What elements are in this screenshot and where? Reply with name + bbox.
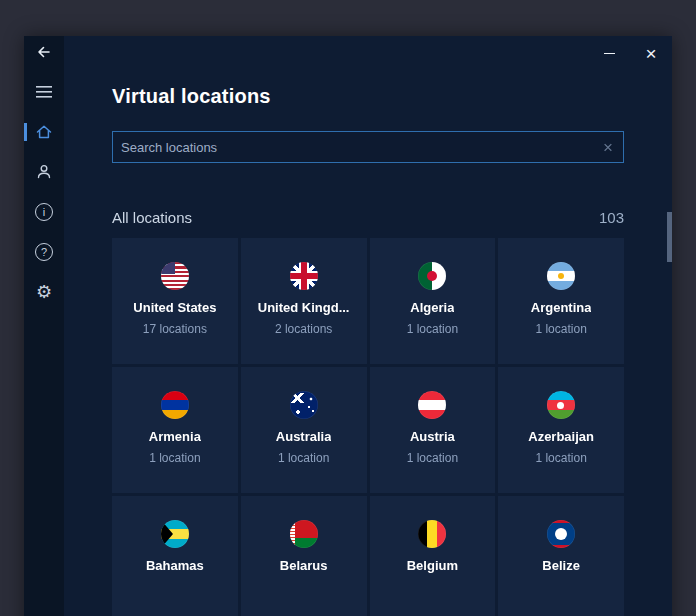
list-header: All locations 103 xyxy=(112,209,624,226)
location-card[interactable]: Algeria 1 location xyxy=(370,238,496,364)
location-count: 17 locations xyxy=(143,322,207,336)
location-name: United States xyxy=(133,300,216,315)
location-flag xyxy=(418,520,446,548)
location-name: Belgium xyxy=(407,558,458,573)
location-name: Algeria xyxy=(410,300,454,315)
back-button[interactable] xyxy=(32,40,56,64)
location-name: Bahamas xyxy=(146,558,204,573)
sidebar-item-home[interactable] xyxy=(32,120,56,144)
location-flag xyxy=(161,520,189,548)
info-glyph: i xyxy=(43,207,45,218)
help-glyph: ? xyxy=(41,247,47,258)
account-icon xyxy=(34,162,54,182)
sidebar-item-help[interactable]: ? xyxy=(32,240,56,264)
location-flag xyxy=(547,262,575,290)
menu-icon xyxy=(36,86,52,98)
location-name: Argentina xyxy=(531,300,592,315)
location-card[interactable]: United States 17 locations xyxy=(112,238,238,364)
location-flag xyxy=(418,262,446,290)
titlebar: × xyxy=(588,38,672,68)
location-count: 1 location xyxy=(407,322,458,336)
location-count: 1 location xyxy=(535,322,586,336)
location-name: Austria xyxy=(410,429,455,444)
back-arrow-icon xyxy=(35,43,53,61)
location-count: 1 location xyxy=(149,451,200,465)
locations-grid: United States 17 locations United Kingd.… xyxy=(112,238,624,616)
location-name: Belarus xyxy=(280,558,328,573)
location-card[interactable]: Belarus xyxy=(241,496,367,616)
location-card[interactable]: Argentina 1 location xyxy=(498,238,624,364)
search-input[interactable] xyxy=(121,140,601,155)
location-card[interactable]: Azerbaijan 1 location xyxy=(498,367,624,493)
location-card[interactable]: United Kingd... 2 locations xyxy=(241,238,367,364)
location-card[interactable]: Austria 1 location xyxy=(370,367,496,493)
location-name: Australia xyxy=(276,429,332,444)
page-title: Virtual locations xyxy=(112,85,624,108)
location-flag xyxy=(290,520,318,548)
home-icon xyxy=(34,122,54,142)
location-card[interactable]: Belize xyxy=(498,496,624,616)
location-flag xyxy=(161,262,189,290)
location-card[interactable]: Bahamas xyxy=(112,496,238,616)
app-window: × i xyxy=(24,36,672,616)
scrollbar-thumb[interactable] xyxy=(667,212,672,262)
location-flag xyxy=(290,262,318,290)
locations-count: 103 xyxy=(599,209,624,226)
list-header-label: All locations xyxy=(112,209,192,226)
location-flag xyxy=(547,391,575,419)
clear-icon: × xyxy=(603,138,613,157)
location-card[interactable]: Australia 1 location xyxy=(241,367,367,493)
location-name: United Kingd... xyxy=(258,300,350,315)
location-count: 1 location xyxy=(278,451,329,465)
location-card[interactable]: Belgium xyxy=(370,496,496,616)
location-count: 1 location xyxy=(535,451,586,465)
info-icon: i xyxy=(35,203,53,221)
minimize-button[interactable] xyxy=(588,38,630,68)
close-icon: × xyxy=(645,44,656,63)
location-name: Armenia xyxy=(149,429,201,444)
close-button[interactable]: × xyxy=(630,38,672,68)
settings-icon: ⚙ xyxy=(36,283,52,301)
sidebar-item-menu[interactable] xyxy=(32,80,56,104)
location-name: Azerbaijan xyxy=(528,429,594,444)
location-count: 2 locations xyxy=(275,322,332,336)
help-icon: ? xyxy=(35,243,53,261)
clear-search-button[interactable]: × xyxy=(601,139,615,156)
location-flag xyxy=(290,391,318,419)
search-box: × xyxy=(112,131,624,163)
sidebar-item-account[interactable] xyxy=(32,160,56,184)
main-content: Virtual locations × All locations 103 Un… xyxy=(64,36,672,616)
location-name: Belize xyxy=(542,558,580,573)
location-flag xyxy=(161,391,189,419)
sidebar: i ? ⚙ xyxy=(24,36,64,616)
location-flag xyxy=(547,520,575,548)
sidebar-item-settings[interactable]: ⚙ xyxy=(32,280,56,304)
location-flag xyxy=(418,391,446,419)
minimize-icon xyxy=(604,53,615,54)
sidebar-item-info[interactable]: i xyxy=(32,200,56,224)
scrollbar xyxy=(667,36,672,616)
location-card[interactable]: Armenia 1 location xyxy=(112,367,238,493)
screen: × i xyxy=(0,0,696,616)
location-count: 1 location xyxy=(407,451,458,465)
